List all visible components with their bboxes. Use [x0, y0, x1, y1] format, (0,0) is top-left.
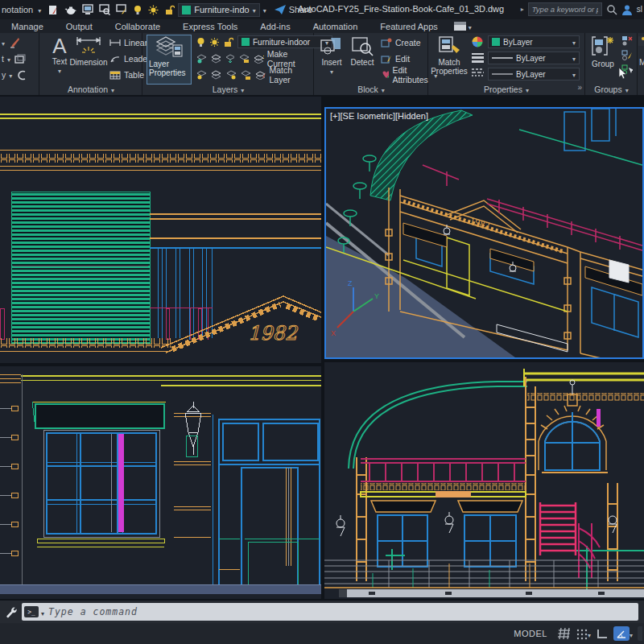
layer-dropdown-titlebar[interactable]: Furniture-indo — [178, 3, 260, 17]
tab-manage[interactable]: Manage — [0, 22, 55, 31]
expand-arrow-icon[interactable]: ▸ — [521, 6, 524, 13]
layer-unisolate-icon[interactable] — [226, 70, 236, 80]
ribbon-display-toggle[interactable] — [454, 22, 472, 31]
viewport-top-right-active[interactable]: [+][SE Isometric][Hidden] — [324, 107, 644, 359]
layer-unlock2-icon[interactable] — [241, 70, 250, 80]
cutoff-status-button[interactable] — [638, 626, 642, 641]
command-input-area[interactable] — [22, 603, 638, 621]
edit-block-button[interactable]: Edit — [381, 52, 410, 65]
chevron-down-icon — [588, 626, 591, 641]
linetype-icon[interactable] — [472, 68, 484, 76]
tab-featured-apps[interactable]: Featured Apps — [369, 22, 449, 31]
adjust-icon[interactable] — [263, 5, 266, 14]
match-properties-button[interactable]: Match Properties — [430, 35, 469, 83]
panel-annotation: A Text Dimension Linear Leader — [40, 33, 142, 95]
workspace-dropdown[interactable]: notation — [0, 2, 44, 17]
create-block-button[interactable]: Create — [381, 36, 421, 49]
layer-unlock-icon[interactable] — [224, 37, 233, 47]
layer-sun-icon[interactable] — [209, 37, 220, 47]
layer-properties-button[interactable]: Layer Properties — [147, 35, 192, 85]
ortho-mode-button[interactable] — [596, 628, 609, 640]
hatch-pencil-icon[interactable] — [8, 37, 20, 48]
partial-tool-row[interactable]: t — [2, 52, 26, 65]
layer-on-bulb-icon[interactable] — [196, 37, 205, 47]
layer-on-off-icon[interactable] — [196, 70, 206, 80]
ellipse-arc-icon[interactable] — [15, 70, 27, 80]
display-edit-icon[interactable] — [116, 4, 127, 15]
table-button[interactable]: Table — [109, 68, 144, 81]
layer-unlock-icon[interactable] — [164, 5, 175, 15]
snap-mode-button[interactable] — [576, 626, 591, 641]
lineweight-dropdown[interactable]: ByLayer — [488, 52, 580, 64]
ucs-axis-y: Y — [374, 292, 379, 300]
detect-icon — [351, 35, 374, 56]
tab-add-ins[interactable]: Add-ins — [249, 22, 301, 31]
dimension-button[interactable]: Dimension — [69, 35, 108, 83]
groups-panel-label[interactable]: Groups — [586, 85, 637, 94]
panel-expand-icon[interactable] — [577, 79, 582, 93]
match-layer-button[interactable]: Match Layer — [255, 68, 313, 81]
insert-block-button[interactable]: Insert — [317, 35, 346, 83]
linetype-dropdown[interactable]: ByLayer — [488, 68, 580, 80]
polar-tracking-button[interactable] — [613, 626, 633, 641]
match-layer-label: Match Layer — [269, 65, 313, 85]
model-space-button[interactable]: MODEL — [509, 627, 552, 640]
tab-express-tools[interactable]: Express Tools — [171, 22, 249, 31]
chevron-down-icon — [241, 85, 244, 94]
block-panel-label[interactable]: Block — [315, 85, 427, 94]
dimension-label: Dimension — [69, 58, 107, 67]
display-icon[interactable] — [82, 4, 93, 15]
markup-import-icon[interactable] — [47, 4, 59, 15]
panel-right-partial: M — [638, 33, 644, 95]
color-wheel-icon[interactable] — [472, 36, 483, 47]
make-current-button[interactable]: Make Current — [254, 52, 313, 65]
layer-freeze-icon[interactable] — [196, 54, 206, 64]
tab-collaborate[interactable]: Collaborate — [104, 22, 171, 31]
layers-panel-label[interactable]: Layers — [143, 85, 313, 94]
viewport-controls-label[interactable]: [+][SE Isometric][Hidden] — [330, 111, 428, 121]
drawing-area: 1982 — [0, 95, 644, 601]
match-properties-label: Match Properties — [430, 58, 469, 76]
title-bar: notation Furniture-indo Share AutoCAD-FY… — [0, 0, 644, 19]
grid-display-button[interactable] — [557, 627, 571, 640]
layer-isolate-icon[interactable] — [225, 54, 235, 64]
ungroup-icon[interactable] — [621, 35, 633, 46]
group-button[interactable]: Group — [588, 35, 618, 83]
chevron-down-icon[interactable] — [41, 605, 44, 619]
command-input[interactable] — [47, 605, 638, 618]
color-swatch — [492, 38, 500, 46]
edit-attributes-icon — [381, 70, 389, 80]
lineweight-icon[interactable] — [472, 53, 484, 63]
command-prompt-icon[interactable] — [24, 606, 39, 617]
viewport-top-left[interactable]: 1982 — [0, 97, 321, 363]
search-icon[interactable] — [606, 4, 617, 15]
render-teapot-icon[interactable] — [64, 5, 76, 15]
user-account-icon[interactable] — [621, 4, 633, 15]
edit-label: Edit — [395, 54, 410, 64]
annotation-panel-label[interactable]: Annotation — [40, 85, 142, 94]
layer-stack-icon[interactable] — [211, 54, 221, 64]
layer-sun-icon[interactable] — [148, 5, 159, 15]
search-input[interactable] — [528, 2, 602, 16]
viewport-bottom-left[interactable] — [0, 366, 321, 599]
detect-button[interactable]: Detect — [347, 35, 378, 83]
box-icon[interactable] — [14, 54, 26, 64]
layer-thaw-icon[interactable] — [211, 70, 221, 80]
properties-panel-label[interactable]: Properties — [428, 85, 584, 94]
layer-lock-icon[interactable] — [239, 54, 249, 64]
linetype-value: ByLayer — [516, 70, 569, 79]
tab-automation[interactable]: Automation — [302, 22, 369, 31]
object-color-dropdown[interactable]: ByLayer — [488, 35, 580, 48]
group-edit-icon[interactable] — [621, 50, 633, 60]
partial-tool-row[interactable] — [2, 36, 20, 49]
dimension-icon — [75, 35, 102, 56]
display-search-icon[interactable] — [99, 4, 110, 15]
layer-on-bulb-icon[interactable] — [133, 5, 142, 15]
username-fragment: sl — [637, 5, 642, 14]
tab-output[interactable]: Output — [55, 22, 104, 31]
partial-tool-row[interactable]: y — [2, 68, 27, 81]
make-current-icon — [254, 54, 264, 64]
viewport-bottom-right[interactable] — [324, 362, 644, 599]
customize-wrench-icon[interactable] — [6, 606, 18, 618]
grid-icon — [557, 627, 571, 640]
